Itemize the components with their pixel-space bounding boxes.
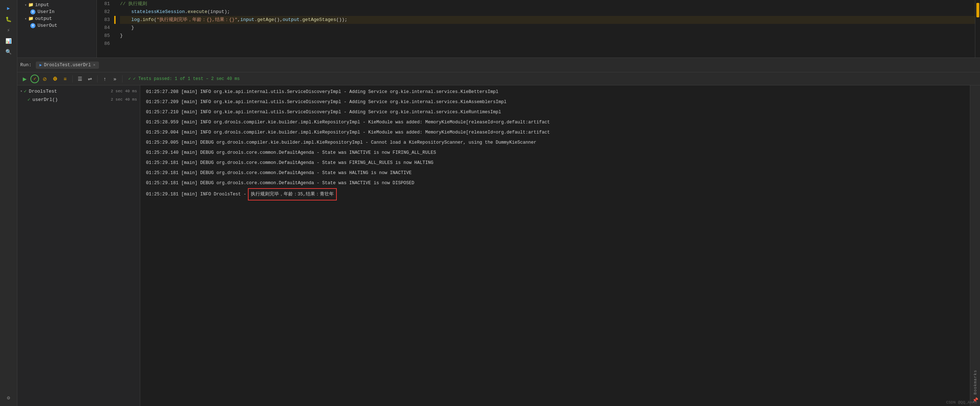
action-check-btn[interactable]: ✓ — [30, 75, 39, 83]
tree-item-input[interactable]: ▾ 📁 input — [18, 2, 97, 8]
left-sidebar: ▶ 🐛 ⚡ 📊 🔍 ⚙ — [0, 0, 18, 406]
chevron-down-icon-output: ▾ — [25, 17, 27, 21]
tree-label-input: input — [35, 2, 49, 8]
code-area: ▾ 📁 input U UserIn ▾ 📁 output U UserOut — [18, 0, 980, 58]
separator-3 — [122, 75, 123, 83]
sidebar-icon-coverage[interactable]: 📊 — [3, 35, 14, 46]
separator-1 — [72, 75, 73, 83]
chevron-down-icon: ▾ — [25, 3, 27, 7]
run-tab-icon: ▶ — [40, 62, 42, 67]
code-line-86 — [120, 40, 975, 48]
file-tree: ▾ 📁 input U UserIn ▾ 📁 output U UserOut — [18, 0, 97, 58]
action-forward-btn[interactable]: » — [111, 75, 119, 83]
sidebar-icon-settings[interactable]: ⚙ — [3, 392, 14, 403]
test-group-check-icon: ✓ — [24, 88, 27, 94]
run-label: Run: — [20, 62, 32, 68]
action-stop-btn[interactable]: ⊘ — [40, 75, 49, 83]
tree-label-output: output — [35, 16, 52, 21]
java-class-icon-out: U — [30, 23, 35, 28]
code-text-85: } — [120, 32, 123, 40]
line-num-82: 82 — [97, 8, 110, 16]
console-line-10: 01:25:29.181 [main] INFO DroolsTest - 执行… — [146, 188, 337, 200]
code-line-82: statelessKieSession.execute(input); — [120, 8, 975, 16]
status-text-label: ✓ Tests passed: 1 of 1 test – 2 sec 40 m… — [133, 76, 240, 82]
code-text-84: } — [120, 24, 134, 32]
code-content: // 执行规则 statelessKieSession.execute(inpu… — [114, 0, 975, 58]
highlighted-result-text: 执行规则完毕，年龄：35,结果：青壮年 — [248, 188, 337, 200]
code-comment: // 执行规则 — [120, 0, 147, 8]
test-status: ✓ ✓ Tests passed: 1 of 1 test – 2 sec 40… — [128, 76, 240, 82]
code-editor: 81 82 83 84 85 86 // 执行规则 statelessKieSe… — [97, 0, 980, 58]
console-line-6: 01:25:29.140 [main] DEBUG org.drools.cor… — [146, 148, 964, 158]
line-num-84: 84 — [97, 24, 110, 32]
run-tab-close[interactable]: × — [93, 63, 95, 67]
run-action-bar: ▶ ✓ ⊘ ⓬ ≡ ☰ ⇌ ↑ » ✓ ✓ Tests passed: 1 of… — [18, 72, 980, 85]
highlighted-prefix: 01:25:29.181 [main] INFO DroolsTest - — [146, 189, 247, 199]
line-num-83: 83 — [97, 16, 110, 24]
test-item-label: userDrl() — [32, 97, 111, 102]
line-num-81: 81 — [97, 0, 110, 8]
test-item-check-icon: ✓ — [27, 97, 30, 102]
test-list: ▾ ✓ DroolsTest 2 sec 40 ms ✓ userDrl() 2… — [18, 85, 140, 406]
tree-item-output[interactable]: ▾ 📁 output — [18, 15, 97, 22]
folder-icon: 📁 — [28, 2, 33, 8]
sidebar-icon-profiler[interactable]: ⚡ — [3, 25, 14, 35]
test-group-drools[interactable]: ▾ ✓ DroolsTest 2 sec 40 ms — [18, 87, 140, 96]
console-line-9: 01:25:29.181 [main] DEBUG org.drools.cor… — [146, 178, 964, 188]
code-text-83: log.info("执行规则完毕，年龄：{},结果：{}",input.getA… — [120, 16, 347, 24]
console-line-1: 01:25:27.209 [main] INFO org.kie.api.int… — [146, 97, 964, 107]
java-class-icon: U — [30, 10, 35, 14]
test-group-duration: 2 sec 40 ms — [111, 89, 137, 93]
console-line-2: 01:25:27.210 [main] INFO org.kie.api.int… — [146, 107, 964, 117]
bookmarks-label: Bookmarks — [973, 370, 977, 395]
watermark: CSDN @QQ_AHAO — [946, 400, 977, 404]
code-line-83: log.info("执行规则完毕，年龄：{},结果：{}",input.getA… — [120, 16, 975, 24]
code-line-81: // 执行规则 — [120, 0, 975, 8]
tree-label-userIn: UserIn — [38, 9, 54, 14]
bookmarks-strip: Bookmarks 📌 — [970, 85, 980, 406]
test-results-area: ▾ ✓ DroolsTest 2 sec 40 ms ✓ userDrl() 2… — [18, 85, 980, 406]
test-group-label: DroolsTest — [29, 89, 111, 94]
run-panel: Run: ▶ DroolsTest.userDrl × ▶ ✓ ⊘ ⓬ ≡ ☰ … — [18, 58, 980, 406]
breakpoint-indicator — [114, 16, 116, 24]
code-line-84: } — [120, 24, 975, 32]
line-numbers: 81 82 83 84 85 86 — [97, 0, 114, 58]
action-num-btn[interactable]: ⓬ — [51, 75, 59, 83]
action-align-right-btn[interactable]: ⇌ — [86, 75, 94, 83]
line-num-86: 86 — [97, 40, 110, 48]
console-line-3: 01:25:28.959 [main] INFO org.drools.comp… — [146, 117, 964, 127]
action-up-btn[interactable]: ↑ — [100, 75, 109, 83]
line-num-85: 85 — [97, 32, 110, 40]
action-play-btn[interactable]: ▶ — [20, 75, 29, 83]
sidebar-icon-debug[interactable]: 🐛 — [3, 14, 14, 25]
run-tab-label: DroolsTest.userDrl — [44, 62, 91, 68]
status-check-icon: ✓ — [128, 76, 131, 82]
test-item-duration: 2 sec 40 ms — [111, 98, 137, 102]
sidebar-icon-search[interactable]: 🔍 — [3, 46, 14, 57]
test-item-userDrl[interactable]: ✓ userDrl() 2 sec 40 ms — [18, 96, 140, 104]
tree-label-userOut: UserOut — [38, 23, 57, 28]
right-scrollbar[interactable] — [975, 0, 980, 58]
console-line-7: 01:25:29.181 [main] DEBUG org.drools.cor… — [146, 158, 964, 168]
scrollbar-thumb — [977, 3, 979, 18]
action-list-btn[interactable]: ≡ — [61, 75, 69, 83]
console-line-0: 01:25:27.208 [main] INFO org.kie.api.int… — [146, 87, 964, 97]
tree-item-userOut[interactable]: U UserOut — [18, 22, 97, 29]
sidebar-icon-run[interactable]: ▶ — [3, 3, 14, 14]
folder-icon-output: 📁 — [28, 16, 33, 21]
console-line-8: 01:25:29.181 [main] DEBUG org.drools.cor… — [146, 168, 964, 178]
test-group-arrow: ▾ — [20, 89, 22, 93]
tree-item-userIn[interactable]: U UserIn — [18, 8, 97, 15]
console-output[interactable]: 01:25:27.208 [main] INFO org.kie.api.int… — [140, 85, 970, 406]
console-line-5: 01:25:29.005 [main] DEBUG org.drools.com… — [146, 137, 964, 148]
action-align-left-btn[interactable]: ☰ — [76, 75, 84, 83]
code-line-85: } — [120, 32, 975, 40]
run-tab[interactable]: ▶ DroolsTest.userDrl × — [36, 62, 99, 69]
main-content: ▾ 📁 input U UserIn ▾ 📁 output U UserOut — [18, 0, 980, 406]
run-toolbar: Run: ▶ DroolsTest.userDrl × — [18, 58, 980, 72]
console-line-4: 01:25:29.004 [main] INFO org.drools.comp… — [146, 127, 964, 137]
code-text-82: statelessKieSession.execute(input); — [120, 8, 230, 16]
